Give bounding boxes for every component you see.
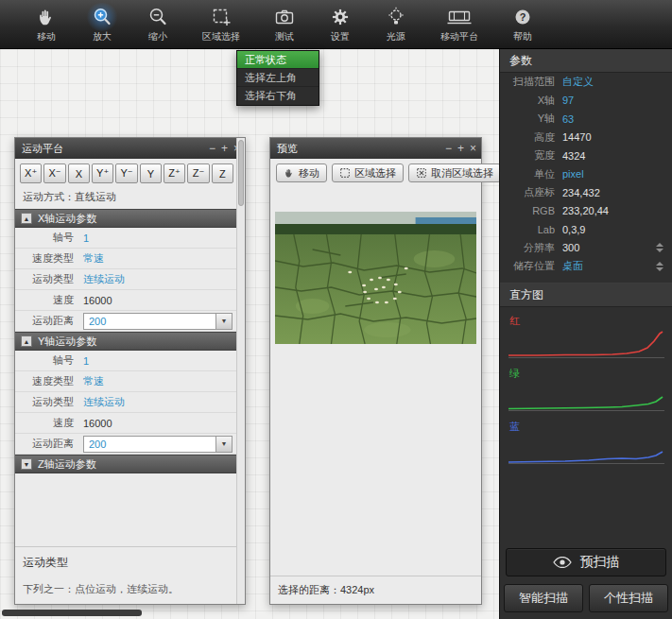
zoom-out-icon	[144, 5, 172, 29]
minimize-icon[interactable]: −	[442, 138, 455, 159]
motion-footer-hint: 下列之一：点位运动，连续运动。	[15, 573, 236, 604]
param-value[interactable]: 97	[562, 95, 574, 106]
section-header-y-axis[interactable]: ▲ Y轴运动参数	[15, 332, 236, 351]
custom-scan-button[interactable]: 个性扫描	[589, 584, 668, 612]
green-histogram-curve	[508, 383, 664, 413]
param-value[interactable]: 16000	[83, 418, 112, 429]
region-select-menu: 正常状态 选择左上角 选择右下角	[236, 50, 319, 106]
maximize-icon[interactable]: +	[218, 138, 231, 159]
scrollbar-thumb[interactable]	[238, 140, 244, 206]
toolbar-item-region-select[interactable]: 区域选择	[192, 5, 250, 43]
x-distance-combobox[interactable]: 200 ▼	[83, 313, 233, 330]
jog-y-minus-button[interactable]: Y⁻	[115, 163, 137, 183]
toolbar-label: 移动	[37, 30, 56, 43]
preview-cancel-region-button[interactable]: 取消区域选择	[408, 163, 501, 182]
toolbar-item-test[interactable]: 测试	[263, 5, 306, 43]
preview-canvas[interactable]	[270, 187, 481, 576]
param-value[interactable]: 63	[562, 113, 574, 125]
toolbar-item-help[interactable]: ? 帮助	[501, 5, 544, 43]
params-panel: 参数 扫描范围 自定义 X轴 97 Y轴 63 高度 14470 宽度 4324…	[499, 49, 672, 619]
preview-region-select-button[interactable]: 区域选择	[332, 163, 404, 182]
maximize-icon[interactable]: +	[455, 138, 467, 159]
close-icon[interactable]: ×	[467, 138, 479, 159]
menu-item-select-bottom-right[interactable]: 选择右下角	[237, 87, 319, 105]
hand-icon	[284, 167, 295, 179]
collapse-icon[interactable]: ▲	[21, 213, 32, 224]
section-header-z-axis[interactable]: ▼ Z轴运动参数	[15, 455, 236, 473]
jog-z-button[interactable]: Z	[212, 163, 233, 183]
y-distance-combobox[interactable]: 200 ▼	[83, 436, 233, 453]
horizontal-scrollbar[interactable]	[2, 610, 142, 616]
param-label: Y轴	[500, 112, 562, 126]
motion-vertical-scrollbar[interactable]	[236, 138, 245, 604]
expand-icon[interactable]: ▼	[21, 458, 32, 470]
param-value[interactable]: 1	[83, 355, 89, 367]
toolbar-item-zoom-in[interactable]: 放大	[80, 5, 124, 43]
param-label: 宽度	[500, 148, 562, 163]
jog-x-plus-button[interactable]: X⁺	[20, 163, 42, 183]
histogram-green-label: 绿	[500, 360, 672, 383]
param-label: 运动类型	[15, 395, 83, 409]
jog-y-button[interactable]: Y	[140, 163, 162, 183]
jog-z-plus-button[interactable]: Z⁺	[164, 163, 185, 183]
combobox-value: 200	[84, 438, 215, 450]
param-value[interactable]: 1	[83, 232, 89, 244]
preview-move-button[interactable]: 移动	[276, 163, 327, 182]
histogram-blue-label: 蓝	[500, 413, 672, 436]
scan-buttons-row: 智能扫描 个性扫描	[504, 584, 668, 612]
jog-z-minus-button[interactable]: Z⁻	[187, 163, 209, 183]
param-value[interactable]: 自定义	[562, 75, 594, 89]
preview-window-titlebar[interactable]: 预览 − + ×	[270, 138, 481, 159]
jog-y-plus-button[interactable]: Y⁺	[92, 163, 113, 183]
param-row: 速度类型 常速	[15, 249, 236, 269]
toolbar-item-light-source[interactable]: 光源	[374, 5, 418, 43]
preview-toolbar: 移动 区域选择 取消区域选择	[270, 159, 481, 187]
param-value[interactable]: 16000	[83, 295, 112, 306]
toolbar-item-zoom-out[interactable]: 缩小	[136, 5, 180, 43]
param-value[interactable]: 连续运动	[83, 395, 125, 409]
top-toolbar: 移动 放大 缩小	[0, 0, 672, 49]
param-label: 运动类型	[15, 272, 83, 286]
param-row: 速度 16000	[15, 413, 236, 434]
collapse-icon[interactable]: ▲	[21, 335, 32, 347]
spinner-icon[interactable]	[656, 243, 663, 252]
menu-item-normal-state[interactable]: 正常状态	[237, 51, 319, 69]
param-row: 轴号 1	[15, 351, 236, 371]
toolbar-label: 帮助	[513, 30, 532, 43]
param-label: 轴号	[15, 231, 83, 245]
param-value[interactable]: 300	[562, 242, 579, 253]
param-value[interactable]: pixel	[562, 168, 584, 180]
param-value[interactable]: 桌面	[562, 259, 583, 273]
param-value[interactable]: 连续运动	[83, 272, 125, 286]
param-value: 0,3,9	[562, 224, 585, 235]
menu-item-select-top-left[interactable]: 选择左上角	[237, 69, 319, 87]
prescan-button[interactable]: 预扫描	[506, 548, 666, 576]
jog-x-minus-button[interactable]: X⁻	[43, 163, 65, 183]
minimize-icon[interactable]: −	[206, 138, 218, 159]
toolbar-item-settings[interactable]: 设置	[319, 5, 362, 43]
smart-scan-button[interactable]: 智能扫描	[504, 584, 583, 612]
param-row: X轴 97	[500, 92, 672, 111]
toolbar-label: 光源	[387, 30, 405, 43]
chevron-down-icon[interactable]: ▼	[215, 314, 232, 329]
param-value: 233,20,44	[562, 205, 609, 216]
chevron-down-icon[interactable]: ▼	[215, 437, 232, 452]
histogram-title: 直方图	[500, 284, 672, 307]
section-header-x-axis[interactable]: ▲ X轴运动参数	[15, 209, 236, 228]
param-row-save-location: 储存位置 桌面	[500, 257, 672, 276]
param-value: 14470	[562, 131, 592, 143]
param-row: RGB 233,20,44	[500, 202, 672, 221]
param-label: 分辨率	[500, 241, 562, 255]
param-value[interactable]: 常速	[83, 251, 104, 266]
toolbar-item-move[interactable]: 移动	[25, 5, 68, 43]
param-row: 运动类型 连续运动	[15, 269, 236, 290]
motion-window-titlebar[interactable]: 运动平台 − + ×	[15, 138, 245, 159]
spinner-icon[interactable]	[656, 262, 663, 271]
param-value: 4324	[562, 150, 585, 162]
toolbar-item-motion-platform[interactable]: 移动平台	[430, 5, 489, 43]
jog-x-button[interactable]: X	[68, 163, 90, 183]
gear-icon	[326, 5, 354, 29]
workspace: 运动平台 − + × X⁺ X⁻ X Y⁺ Y⁻ Y Z⁺ Z⁻ Z 运动方式：…	[0, 49, 499, 619]
param-value[interactable]: 常速	[83, 374, 104, 388]
param-label: 速度	[15, 416, 83, 430]
